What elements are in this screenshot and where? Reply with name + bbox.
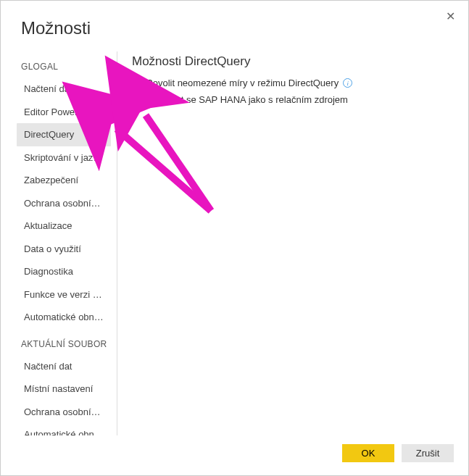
sidebar-item-auto-recovery-file[interactable]: Automatické obnovení bbox=[17, 423, 111, 435]
dialog-footer: OK Zrušit bbox=[1, 435, 468, 475]
sidebar-item-load-data[interactable]: Načtení dat bbox=[17, 78, 111, 101]
options-dialog: ✕ Možnosti GLOGAL Načtení dat Editor Pow… bbox=[1, 1, 468, 475]
sidebar-item-regional[interactable]: Místní nastavení bbox=[17, 377, 111, 401]
content-pane: Možnosti DirectQuery Povolit neomezené m… bbox=[123, 51, 468, 435]
dialog-title: Možnosti bbox=[1, 1, 468, 51]
sidebar-item-usage-data[interactable]: Data o využití bbox=[17, 238, 111, 261]
info-icon[interactable]: i bbox=[343, 78, 352, 88]
sidebar-item-security[interactable]: Zabezpečení bbox=[17, 169, 111, 192]
sidebar-item-directquery[interactable]: DirectQuery bbox=[17, 123, 111, 146]
checkbox-allow-unrestricted[interactable] bbox=[132, 78, 141, 88]
close-icon[interactable]: ✕ bbox=[446, 9, 455, 23]
option-label: Povolit neomezené míry v režimu DirectQu… bbox=[146, 78, 339, 88]
content-title: Možnosti DirectQuery bbox=[132, 54, 451, 69]
dialog-body: GLOGAL Načtení dat Editor Power Query Di… bbox=[1, 51, 468, 435]
sidebar-item-privacy[interactable]: Ochrana osobních úd... bbox=[17, 192, 111, 215]
option-sap-hana-relational: ✓ Nakládat se SAP HANA jako s relačním z… bbox=[132, 94, 451, 105]
sidebar-item-load-data-file[interactable]: Načtení dat bbox=[17, 355, 111, 378]
sidebar-item-privacy-file[interactable]: Ochrana osobních úd... bbox=[17, 401, 111, 424]
sidebar-item-power-query[interactable]: Editor Power Query bbox=[17, 101, 111, 124]
sidebar-section-header: AKTUÁLNÍ SOUBOR bbox=[21, 339, 117, 349]
sidebar-item-diagnostics[interactable]: Diagnostika bbox=[17, 260, 111, 283]
sidebar-item-auto-recovery[interactable]: Automatické obnovení bbox=[17, 306, 111, 329]
sidebar-section-header: GLOGAL bbox=[21, 62, 117, 72]
vertical-divider bbox=[117, 51, 117, 435]
sidebar-item-updates[interactable]: Aktualizace bbox=[17, 214, 111, 238]
sidebar-item-r-scripting[interactable]: Skriptování v jazyce R bbox=[17, 146, 111, 170]
checkbox-sap-hana[interactable]: ✓ bbox=[132, 95, 141, 104]
option-allow-unrestricted: Povolit neomezené míry v režimu DirectQu… bbox=[132, 78, 451, 88]
option-label: Nakládat se SAP HANA jako s relačním zdr… bbox=[146, 94, 348, 105]
cancel-button[interactable]: Zrušit bbox=[402, 444, 454, 462]
sidebar: GLOGAL Načtení dat Editor Power Query Di… bbox=[1, 51, 117, 435]
ok-button[interactable]: OK bbox=[342, 444, 394, 462]
sidebar-item-preview[interactable]: Funkce ve verzi Previ... bbox=[17, 283, 111, 306]
